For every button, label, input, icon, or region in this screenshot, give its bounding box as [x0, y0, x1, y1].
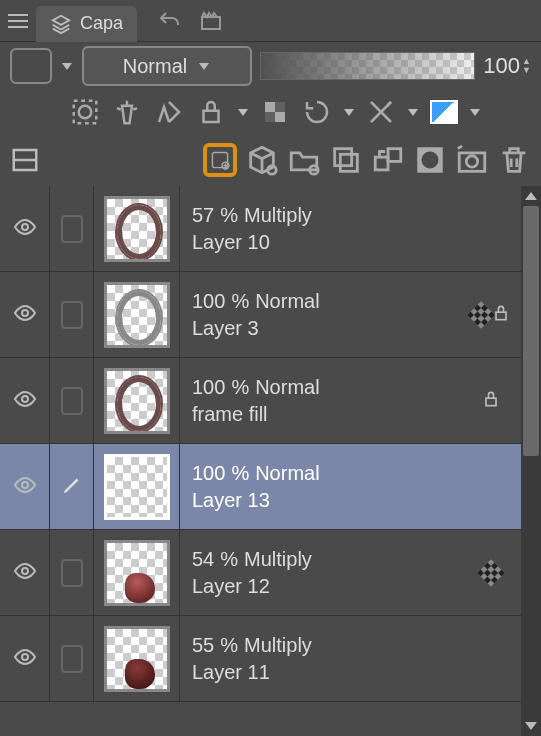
new-layer-button[interactable] [203, 143, 237, 177]
duplicate-overlap-icon[interactable] [329, 143, 363, 177]
layer-opacity: 100 [192, 290, 225, 313]
svg-point-14 [268, 166, 277, 175]
scrollbar[interactable] [521, 186, 541, 736]
blend-mode-dropdown[interactable]: Normal [82, 46, 252, 86]
svg-rect-17 [340, 154, 357, 171]
svg-rect-7 [265, 112, 275, 122]
scroll-down-icon[interactable] [521, 716, 541, 736]
mask-layer-icon[interactable] [413, 143, 447, 177]
visibility-toggle[interactable] [0, 444, 50, 529]
layer-name: Layer 11 [192, 661, 461, 684]
layer-thumbnail[interactable] [94, 186, 180, 271]
color-dropdown[interactable] [470, 94, 480, 130]
opacity-value[interactable]: 100 [483, 53, 520, 79]
svg-rect-19 [388, 149, 401, 162]
edit-indicator[interactable] [50, 530, 94, 615]
fx-clear-icon[interactable] [366, 97, 396, 127]
layer-type-dropdown[interactable] [60, 48, 74, 84]
layer-thumbnail[interactable] [94, 444, 180, 529]
new-folder-icon[interactable] [287, 143, 321, 177]
edit-indicator[interactable] [50, 186, 94, 271]
opacity-spinner[interactable]: ▲▼ [522, 57, 531, 75]
layer-info: 55%MultiplyLayer 11 [180, 616, 461, 701]
svg-point-25 [22, 310, 28, 316]
layer-info: 100%Normalframe fill [180, 358, 461, 443]
layer-blend: Multiply [244, 548, 312, 571]
eye-icon [12, 304, 38, 326]
visibility-toggle[interactable] [0, 358, 50, 443]
layer-thumbnail[interactable] [94, 272, 180, 357]
mini-box-icon [61, 645, 83, 673]
layer-thumbnail[interactable] [94, 530, 180, 615]
snapshot-apply-icon[interactable] [455, 143, 489, 177]
layer-opacity: 54 [192, 548, 214, 571]
transfer-layer-icon[interactable] [371, 143, 405, 177]
delete-layer-icon[interactable] [497, 143, 531, 177]
pen-ruler-icon[interactable] [154, 97, 184, 127]
svg-rect-26 [496, 312, 506, 320]
visibility-toggle[interactable] [0, 186, 50, 271]
layer-row[interactable]: 100%NormalLayer 3 [0, 272, 521, 358]
new-3d-layer-icon[interactable] [245, 143, 279, 177]
checker-badge-icon [477, 558, 505, 586]
edit-indicator[interactable] [50, 616, 94, 701]
checker-mask-icon[interactable] [260, 97, 290, 127]
layer-name: Layer 12 [192, 575, 461, 598]
percent-sign: % [231, 290, 249, 313]
layer-thumbnail[interactable] [94, 358, 180, 443]
fx-dropdown[interactable] [408, 94, 418, 130]
visibility-toggle[interactable] [0, 530, 50, 615]
layer-blend: Normal [255, 462, 319, 485]
chevron-down-icon [197, 48, 211, 84]
mini-box-icon [61, 387, 83, 415]
lock-dropdown[interactable] [238, 94, 248, 130]
reset-icon[interactable] [302, 97, 332, 127]
svg-point-2 [79, 106, 92, 119]
layer-type-swatch[interactable] [10, 48, 52, 84]
eye-icon [12, 390, 38, 412]
opacity-slider[interactable] [260, 52, 475, 80]
layer-opacity: 100 [192, 462, 225, 485]
lock-icon [481, 389, 501, 413]
percent-sign: % [231, 462, 249, 485]
svg-point-24 [22, 224, 28, 230]
visibility-toggle[interactable] [0, 616, 50, 701]
reset-dropdown[interactable] [344, 94, 354, 130]
tab-layers[interactable]: Capa [36, 6, 137, 42]
edit-indicator[interactable] [50, 272, 94, 357]
svg-rect-3 [204, 111, 219, 122]
layer-row[interactable]: 100%Normalframe fill [0, 358, 521, 444]
lighthouse-icon[interactable] [112, 97, 142, 127]
layer-thumbnail[interactable] [94, 616, 180, 701]
scroll-thumb[interactable] [523, 206, 539, 456]
tab-layers-label: Capa [80, 13, 123, 34]
edit-indicator[interactable] [50, 444, 94, 529]
svg-rect-6 [275, 102, 285, 112]
svg-rect-4 [265, 102, 275, 112]
svg-point-27 [22, 396, 28, 402]
layer-row[interactable]: 54%MultiplyLayer 12 [0, 530, 521, 616]
clapperboard-icon[interactable] [199, 9, 223, 33]
scroll-up-icon[interactable] [521, 186, 541, 206]
layers-stack-icon [50, 13, 72, 35]
layer-row[interactable]: 100%NormalLayer 13 [0, 444, 521, 530]
visibility-toggle[interactable] [0, 272, 50, 357]
mask-dashed-icon[interactable] [70, 97, 100, 127]
color-swatch[interactable] [430, 100, 458, 124]
layer-opacity: 55 [192, 634, 214, 657]
layer-row[interactable]: 55%MultiplyLayer 11 [0, 616, 521, 702]
eye-icon [12, 562, 38, 584]
lock-icon[interactable] [196, 97, 226, 127]
layer-row[interactable]: 57%MultiplyLayer 10 [0, 186, 521, 272]
mini-box-icon [61, 215, 83, 243]
layer-opacity: 57 [192, 204, 214, 227]
panel-layout-icon[interactable] [10, 145, 40, 175]
svg-point-23 [466, 156, 477, 167]
menu-icon[interactable] [6, 9, 30, 33]
edit-indicator[interactable] [50, 358, 94, 443]
svg-point-31 [22, 654, 28, 660]
layer-info: 100%NormalLayer 13 [180, 444, 461, 529]
layer-opacity: 100 [192, 376, 225, 399]
undo-icon[interactable] [157, 9, 181, 33]
layer-name: Layer 13 [192, 489, 461, 512]
